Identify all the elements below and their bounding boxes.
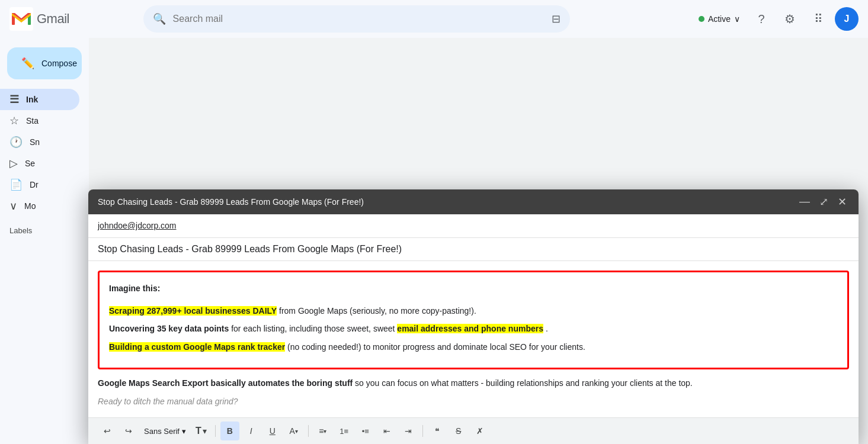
sent-label: Se [25, 159, 35, 168]
sidebar-item-starred[interactable]: ☆ Sta [0, 110, 79, 131]
compose-window-controls: — ⤢ ✕ [797, 194, 849, 210]
gmail-header: Gmail 🔍 ⊟ Active ∨ ? ⚙ ⠿ J [0, 0, 868, 38]
to-field[interactable]: johndoe@jdcorp.com [88, 214, 859, 238]
active-status-label: Active [708, 14, 731, 24]
redo-button[interactable]: ↪ [119, 422, 138, 440]
clear-format-icon: ✗ [476, 426, 483, 436]
bullet-3: Building a custom Google Maps rank track… [109, 340, 838, 353]
bullet-1: Scraping 287,999+ local businesses DAILY… [109, 304, 838, 317]
search-bar[interactable]: 🔍 ⊟ [143, 5, 570, 33]
clear-format-button[interactable]: ✗ [470, 422, 489, 440]
font-size-chevron: ▾ [203, 426, 207, 436]
help-icon[interactable]: ? [750, 7, 773, 31]
email-highlight-section: Imagine this: Scraping 287,999+ local bu… [98, 271, 849, 370]
imagine-bold: Imagine this: [109, 284, 160, 293]
italic-button[interactable]: I [242, 422, 261, 440]
bold-button[interactable]: B [220, 422, 239, 440]
active-status-button[interactable]: Active ∨ [694, 12, 745, 26]
gmail-m-icon [9, 7, 33, 31]
inbox-label: Ink [26, 95, 38, 104]
outro-paragraph: Google Maps Search Export basically auto… [98, 377, 849, 390]
outro-bold: Google Maps Search Export basically auto… [98, 378, 353, 388]
compose-window-header: Stop Chasing Leads - Grab 89999 Leads Fr… [88, 189, 859, 214]
search-input[interactable] [173, 14, 544, 24]
strikethrough-button[interactable]: S [449, 422, 468, 440]
compose-label: Compose [41, 59, 77, 68]
gmail-logo: Gmail [9, 7, 69, 31]
undo-button[interactable]: ↩ [98, 422, 117, 440]
sidebar-item-inbox[interactable]: ☰ Ink [0, 89, 79, 110]
more-label: Mo [24, 201, 36, 211]
search-filter-icon[interactable]: ⊟ [552, 12, 560, 25]
toolbar-separator-3 [422, 425, 423, 437]
sidebar-item-drafts[interactable]: 📄 Dr [0, 174, 79, 195]
outro-rest: so you can focus on what matters - build… [355, 378, 693, 388]
snoozed-label: Sn [30, 137, 40, 147]
unordered-list-icon: •≡ [362, 427, 369, 436]
sidebar-item-snoozed[interactable]: 🕐 Sn [0, 131, 79, 153]
bullet-3-highlight: Building a custom Google Maps rank track… [109, 342, 285, 352]
align-button[interactable]: ≡ ▾ [313, 422, 332, 440]
sidebar-item-sent[interactable]: ▷ Se [0, 153, 79, 174]
expand-button[interactable]: ⤢ [817, 194, 831, 210]
sidebar-item-more[interactable]: ∨ Mo [0, 195, 79, 217]
ordered-list-button[interactable]: 1≡ [335, 422, 354, 440]
bullet-3-rest: (no coding needed!) to monitor progress … [287, 342, 585, 352]
font-family-label: Sans Serif [144, 427, 180, 436]
indent-more-button[interactable]: ⇥ [399, 422, 418, 440]
star-icon: ☆ [9, 114, 19, 127]
to-email: johndoe@jdcorp.com [98, 221, 177, 230]
align-icon: ≡ [319, 426, 324, 436]
compose-toolbar: ↩ ↪ Sans Serif ▾ T ▾ B I U A ▾ ≡ ▾ [88, 417, 859, 444]
faded-text: Ready to ditch the manual data grind? [98, 395, 849, 408]
bullet-2-middle: for each listing, including those sweet,… [231, 324, 397, 333]
indent-more-icon: ⇥ [405, 426, 412, 436]
subject-field[interactable]: Stop Chasing Leads - Grab 89999 Leads Fr… [88, 238, 859, 261]
avatar[interactable]: J [835, 7, 859, 31]
bullet-1-highlight: Scraping 287,999+ local businesses DAILY [109, 306, 277, 316]
minimize-button[interactable]: — [797, 194, 812, 209]
draft-icon: 📄 [9, 178, 23, 191]
align-chevron: ▾ [324, 428, 326, 435]
font-size-selector[interactable]: T ▾ [192, 423, 210, 439]
quote-button[interactable]: ❝ [428, 422, 447, 440]
quote-icon: ❝ [435, 426, 440, 436]
unordered-list-button[interactable]: •≡ [356, 422, 375, 440]
text-color-chevron: ▾ [295, 428, 298, 435]
labels-section-title: Labels [0, 217, 89, 237]
header-right: Active ∨ ? ⚙ ⠿ J [694, 7, 859, 31]
indent-less-button[interactable]: ⇤ [377, 422, 396, 440]
settings-icon[interactable]: ⚙ [778, 7, 802, 31]
subject-text: Stop Chasing Leads - Grab 89999 Leads Fr… [98, 244, 402, 254]
bullet-1-rest: from Google Maps (seriously, no more cop… [279, 306, 476, 316]
compose-content[interactable]: Imagine this: Scraping 287,999+ local bu… [88, 261, 859, 417]
font-family-chevron: ▾ [182, 427, 186, 436]
text-color-button[interactable]: A ▾ [284, 422, 303, 440]
active-status-dot [699, 16, 704, 22]
apps-icon[interactable]: ⠿ [806, 7, 830, 31]
sent-icon: ▷ [9, 157, 18, 170]
compose-window-title: Stop Chasing Leads - Grab 89999 Leads Fr… [98, 197, 364, 207]
compose-icon: ✏️ [21, 57, 34, 70]
indent-less-icon: ⇤ [383, 426, 390, 436]
ordered-list-icon: 1≡ [339, 427, 348, 436]
drafts-label: Dr [30, 180, 39, 189]
close-button[interactable]: ✕ [835, 194, 849, 210]
imagine-text: Imagine this: [109, 282, 838, 295]
inbox-icon: ☰ [9, 93, 19, 106]
bullet-2-highlight: email addresses and phone numbers [397, 324, 543, 333]
strikethrough-icon: S [456, 426, 461, 436]
search-icon: 🔍 [153, 12, 166, 25]
toolbar-separator-1 [215, 425, 216, 437]
bullet-2-rest: . [546, 324, 548, 333]
underline-button[interactable]: U [263, 422, 282, 440]
text-color-icon: A [290, 426, 295, 436]
sidebar: ✏️ Compose ☰ Ink ☆ Sta 🕐 Sn ▷ Se 📄 Dr ∨ … [0, 38, 89, 444]
app-title: Gmail [37, 11, 69, 27]
bullet-2: Uncovering 35 key data points for each l… [109, 322, 838, 335]
compose-button[interactable]: ✏️ Compose [7, 47, 82, 79]
font-family-selector[interactable]: Sans Serif ▾ [140, 424, 190, 438]
compose-window: Stop Chasing Leads - Grab 89999 Leads Fr… [88, 189, 859, 444]
toolbar-separator-2 [308, 425, 309, 437]
bullet-2-bold: Uncovering 35 key data points [109, 324, 229, 333]
